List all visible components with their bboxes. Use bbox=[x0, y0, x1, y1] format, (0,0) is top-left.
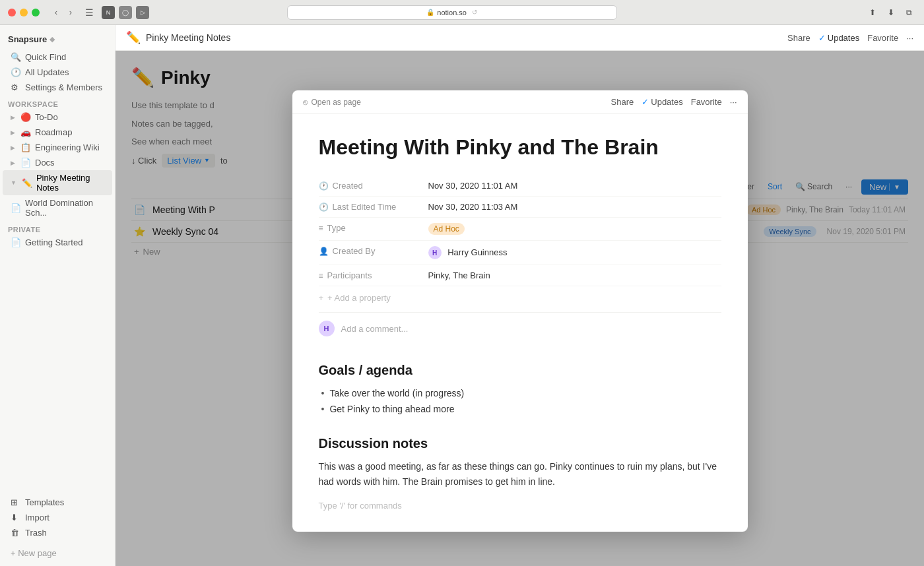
modal-favorite-button[interactable]: Favorite bbox=[691, 97, 722, 107]
download-icon[interactable]: ⬇ bbox=[884, 6, 898, 19]
discussion-title: Discussion notes bbox=[319, 436, 721, 451]
checkmark-icon: ✓ bbox=[642, 97, 649, 107]
meeting-icon: ✏️ bbox=[22, 178, 32, 188]
close-button[interactable] bbox=[8, 9, 16, 16]
chevron-icon: ▼ bbox=[11, 179, 16, 186]
prop-created-label: 🕐 Created bbox=[319, 181, 418, 191]
main-content: ✏️ Pinky Meeting Notes Share ✓ Updates F… bbox=[116, 25, 924, 566]
settings-icon: ⚙ bbox=[11, 82, 21, 92]
search-icon: 🔍 bbox=[11, 52, 21, 62]
modal-share-label: Share bbox=[611, 97, 634, 107]
trash-label: Trash bbox=[25, 528, 47, 538]
prop-createdby-label: 👤 Created By bbox=[319, 246, 418, 256]
avatar: H bbox=[428, 246, 442, 259]
add-property-label: + Add a property bbox=[327, 293, 391, 303]
wiki-label: Engineering Wiki bbox=[35, 142, 100, 152]
sidebar-item-all-updates[interactable]: 🕐 All Updates bbox=[3, 65, 112, 80]
page-header-actions: Share ✓ Updates Favorite ··· bbox=[787, 33, 913, 43]
add-property-button[interactable]: + + Add a property bbox=[319, 286, 721, 309]
comment-avatar: H bbox=[319, 321, 335, 336]
sidebar: Snapsure ◆ 🔍 Quick Find 🕐 All Updates ⚙ … bbox=[0, 25, 116, 566]
type-command-placeholder[interactable]: Type '/' for commands bbox=[319, 501, 721, 511]
modal-title: Meeting With Pinky and The Brain bbox=[319, 135, 721, 160]
sidebar-toggle[interactable]: ☰ bbox=[82, 5, 96, 20]
trash-icon: 🗑 bbox=[11, 528, 21, 538]
sidebar-item-todo[interactable]: ▶ 🔴 To-Do bbox=[3, 110, 112, 125]
docs-label: Docs bbox=[35, 158, 55, 168]
titlebar-right: ⬆ ⬇ ⧉ bbox=[866, 6, 916, 19]
sidebar-item-eng-wiki[interactable]: ▶ 📋 Engineering Wiki bbox=[3, 140, 112, 155]
world-label: World Domination Sch... bbox=[25, 198, 104, 218]
prop-createdby-value: H Harry Guinness bbox=[428, 246, 721, 259]
sidebar-item-world-dom[interactable]: 📄 World Domination Sch... bbox=[3, 195, 112, 220]
page-title: Pinky Meeting Notes bbox=[146, 32, 230, 43]
page-title-area: ✏️ Pinky Meeting Notes bbox=[126, 30, 787, 45]
type-tag[interactable]: Ad Hoc bbox=[428, 223, 465, 235]
chevron-icon: ▶ bbox=[11, 129, 15, 136]
modal-share-button[interactable]: Share bbox=[611, 97, 634, 107]
sidebar-item-meeting-notes[interactable]: ▼ ✏️ Pinky Meeting Notes bbox=[3, 170, 112, 195]
nav-buttons: ‹ › bbox=[50, 7, 77, 18]
share-icon[interactable]: ⬆ bbox=[866, 6, 879, 19]
wiki-icon: 📋 bbox=[20, 142, 31, 152]
minimize-button[interactable] bbox=[20, 9, 28, 16]
modal-overlay[interactable]: ⎋ Open as page Share ✓ Updates Favorit bbox=[116, 51, 924, 566]
all-updates-label: All Updates bbox=[25, 67, 69, 77]
share-header-button[interactable]: Share bbox=[787, 33, 810, 43]
meeting-label: Pinky Meeting Notes bbox=[36, 173, 104, 193]
app-badge: ◆ bbox=[50, 35, 55, 44]
prop-participants-value: Pinky, The Brain bbox=[428, 270, 721, 280]
sidebar-item-docs[interactable]: ▶ 📄 Docs bbox=[3, 155, 112, 170]
prop-participants-label: ≡ Participants bbox=[319, 270, 418, 280]
open-as-page-button[interactable]: ⎋ Open as page bbox=[303, 98, 361, 107]
new-page-label: + New page bbox=[11, 548, 57, 558]
back-button[interactable]: ‹ bbox=[50, 7, 62, 18]
goals-title: Goals / agenda bbox=[319, 363, 721, 378]
list-icon: ≡ bbox=[319, 271, 323, 280]
settings-label: Settings & Members bbox=[25, 82, 102, 92]
discussion-text: This was a good meeting, as far as these… bbox=[319, 459, 721, 491]
more-header-button[interactable]: ··· bbox=[906, 33, 913, 43]
updates-icon: 🕐 bbox=[11, 67, 21, 77]
workspace-section: WORKSPACE bbox=[0, 95, 115, 110]
modal-topbar-right: Share ✓ Updates Favorite ··· bbox=[611, 97, 737, 107]
url-bar[interactable]: 🔒 notion.so ↺ bbox=[287, 5, 617, 20]
templates-label: Templates bbox=[25, 497, 64, 507]
page-body: ✏️ Pinky Use this template to d Notes ca… bbox=[116, 51, 924, 566]
goals-section: Goals / agenda Take over the world (in p… bbox=[319, 363, 721, 418]
app-icon-3: ▷ bbox=[136, 6, 149, 19]
prop-type-value: Ad Hoc bbox=[428, 223, 721, 235]
todo-label: To-Do bbox=[35, 112, 58, 122]
modal-updates-button[interactable]: ✓ Updates bbox=[642, 97, 682, 107]
import-label: Import bbox=[25, 513, 50, 522]
page-icon: ⎋ bbox=[303, 98, 308, 107]
goal-item-2: Get Pinky to thing ahead more bbox=[319, 402, 721, 418]
modal-updates-label: Updates bbox=[651, 97, 682, 107]
sidebar-item-import[interactable]: ⬇ Import bbox=[3, 510, 112, 525]
new-page-button[interactable]: + New page bbox=[3, 546, 112, 561]
getting-started-label: Getting Started bbox=[25, 237, 82, 247]
clock-icon: 🕐 bbox=[319, 203, 329, 212]
sidebar-item-templates[interactable]: ⊞ Templates bbox=[3, 495, 112, 510]
comment-input[interactable]: Add a comment... bbox=[341, 324, 721, 334]
copy-icon[interactable]: ⧉ bbox=[903, 6, 916, 19]
modal-more-button[interactable]: ··· bbox=[730, 97, 737, 107]
modal-topbar: ⎋ Open as page Share ✓ Updates Favorit bbox=[292, 90, 748, 114]
titlebar: ‹ › ☰ N ◯ ▷ 🔒 notion.so ↺ ⬆ ⬇ ⧉ bbox=[0, 0, 924, 25]
updates-header-button[interactable]: ✓ Updates bbox=[818, 33, 859, 43]
forward-button[interactable]: › bbox=[65, 7, 77, 18]
maximize-button[interactable] bbox=[32, 9, 40, 16]
person-icon: 👤 bbox=[319, 247, 329, 256]
page-emoji: ✏️ bbox=[126, 30, 141, 45]
favorite-header-button[interactable]: Favorite bbox=[867, 33, 898, 43]
sidebar-item-trash[interactable]: 🗑 Trash bbox=[3, 525, 112, 540]
sidebar-item-settings[interactable]: ⚙ Settings & Members bbox=[3, 80, 112, 95]
sidebar-item-quick-find[interactable]: 🔍 Quick Find bbox=[3, 49, 112, 65]
comment-row: H Add a comment... bbox=[319, 312, 721, 344]
sidebar-item-roadmap[interactable]: ▶ 🚗 Roadmap bbox=[3, 125, 112, 140]
sidebar-item-getting-started[interactable]: 📄 Getting Started bbox=[3, 235, 112, 250]
templates-icon: ⊞ bbox=[11, 497, 21, 507]
sidebar-app-header[interactable]: Snapsure ◆ bbox=[0, 30, 115, 48]
world-icon: 📄 bbox=[11, 203, 21, 213]
url-text: notion.so bbox=[437, 9, 467, 16]
